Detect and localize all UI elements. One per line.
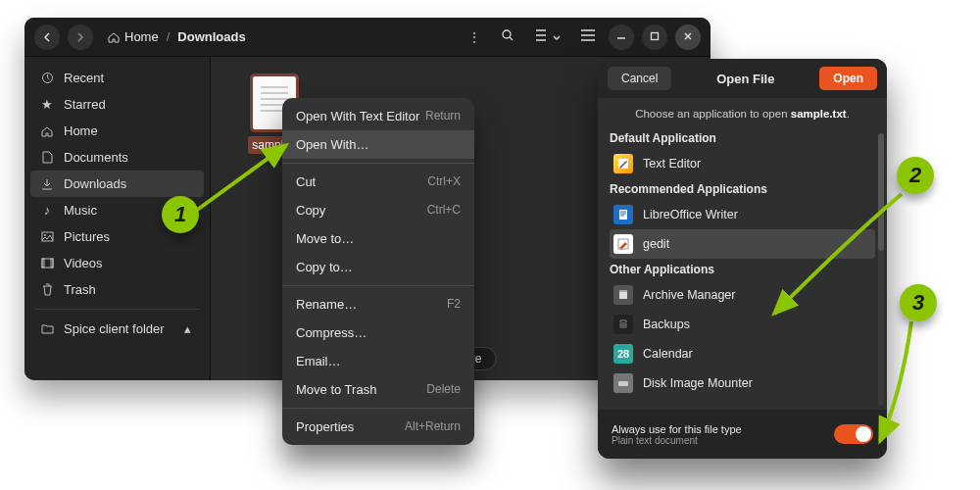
maximize-icon bbox=[650, 30, 660, 44]
dialog-body: Default Application Text Editor Recommen… bbox=[598, 127, 887, 412]
close-icon bbox=[683, 30, 693, 44]
app-label: Backups bbox=[643, 318, 690, 331]
sidebar-item-downloads[interactable]: Downloads bbox=[30, 171, 204, 197]
app-label: Archive Manager bbox=[643, 288, 736, 302]
search-icon bbox=[501, 28, 514, 45]
app-label: LibreOffice Writer bbox=[643, 208, 738, 221]
archive-icon bbox=[613, 285, 633, 305]
app-gedit[interactable]: gedit bbox=[610, 229, 875, 259]
svg-rect-11 bbox=[619, 292, 627, 299]
window-close-button[interactable] bbox=[675, 24, 701, 50]
sidebar-label: Home bbox=[64, 123, 98, 138]
ctx-rename[interactable]: Rename… F2 bbox=[282, 290, 474, 318]
lowriter-icon bbox=[613, 205, 633, 224]
always-use-toggle[interactable] bbox=[834, 424, 873, 444]
ctx-label: Compress… bbox=[296, 325, 367, 340]
ctx-accel: F2 bbox=[447, 297, 461, 312]
app-calendar[interactable]: 28 Calendar bbox=[610, 339, 875, 368]
picture-icon bbox=[40, 230, 54, 244]
svg-rect-6 bbox=[42, 259, 44, 268]
dialog-subtitle: Choose an application to open sample.txt… bbox=[598, 98, 887, 127]
annotation-badge-1: 1 bbox=[162, 196, 199, 233]
window-minimize-button[interactable] bbox=[609, 24, 634, 50]
scrollbar-thumb[interactable] bbox=[878, 133, 884, 251]
dialog-title: Open File bbox=[716, 72, 774, 86]
path-menu-button[interactable]: ⋮ bbox=[462, 24, 487, 50]
dialog-scrollbar[interactable] bbox=[878, 133, 884, 406]
sidebar-label: Videos bbox=[64, 256, 103, 270]
open-button[interactable]: Open bbox=[819, 67, 877, 90]
ctx-accel: Ctrl+X bbox=[427, 174, 461, 189]
text-editor-icon bbox=[613, 154, 633, 173]
app-text-editor[interactable]: Text Editor bbox=[610, 149, 875, 178]
ctx-label: Open With Text Editor bbox=[296, 109, 419, 123]
sidebar-item-home[interactable]: Home bbox=[24, 118, 210, 144]
sidebar-label: Downloads bbox=[64, 176, 126, 191]
ctx-compress[interactable]: Compress… bbox=[282, 318, 474, 347]
dialog-sub-file: sample.txt bbox=[791, 108, 847, 120]
app-archive[interactable]: Archive Manager bbox=[610, 280, 875, 310]
disk-icon bbox=[613, 373, 633, 393]
star-icon: ★ bbox=[40, 98, 54, 112]
dialog-sub-pre: Choose an application to open bbox=[635, 108, 791, 120]
ctx-accel: Return bbox=[425, 109, 461, 123]
search-button[interactable] bbox=[495, 24, 520, 50]
eject-icon[interactable]: ▴ bbox=[180, 322, 194, 336]
hamburger-menu-button[interactable] bbox=[575, 24, 601, 50]
gedit-icon bbox=[613, 234, 633, 254]
dialog-header: Cancel Open File Open bbox=[598, 59, 887, 98]
ctx-move-to[interactable]: Move to… bbox=[282, 224, 474, 253]
window-maximize-button[interactable] bbox=[642, 24, 667, 50]
home-icon bbox=[40, 124, 54, 138]
breadcrumb-downloads[interactable]: Downloads bbox=[177, 29, 245, 44]
nav-back-button[interactable] bbox=[34, 24, 60, 50]
app-disk-image[interactable]: Disk Image Mounter bbox=[610, 368, 875, 398]
ctx-trash[interactable]: Move to Trash Delete bbox=[282, 375, 474, 404]
ctx-separator bbox=[282, 163, 474, 164]
sidebar-label: Recent bbox=[64, 71, 104, 85]
download-icon bbox=[40, 177, 54, 191]
home-icon bbox=[107, 30, 121, 44]
sidebar-item-documents[interactable]: Documents bbox=[24, 144, 210, 171]
calendar-icon: 28 bbox=[613, 344, 633, 364]
annotation-badge-2: 2 bbox=[897, 157, 934, 194]
sidebar-item-recent[interactable]: Recent bbox=[24, 65, 210, 91]
ctx-copy-to[interactable]: Copy to… bbox=[282, 253, 474, 281]
sidebar-item-starred[interactable]: ★ Starred bbox=[24, 91, 210, 118]
svg-rect-13 bbox=[619, 322, 627, 328]
ctx-open-with[interactable]: Open With… bbox=[282, 130, 474, 159]
ctx-label: Move to Trash bbox=[296, 382, 376, 397]
sidebar-label: Documents bbox=[64, 150, 128, 165]
clock-icon bbox=[40, 72, 54, 85]
ctx-accel: Alt+Return bbox=[405, 419, 461, 434]
svg-point-4 bbox=[44, 234, 46, 236]
sidebar-label: Trash bbox=[64, 282, 96, 297]
svg-rect-12 bbox=[619, 290, 627, 292]
section-other: Other Applications bbox=[610, 263, 875, 276]
dialog-footer: Always use for this file type Plain text… bbox=[598, 410, 887, 459]
breadcrumb-home-label: Home bbox=[124, 29, 159, 44]
footer-sub: Plain text document bbox=[612, 435, 742, 446]
ctx-copy[interactable]: Copy Ctrl+C bbox=[282, 196, 474, 224]
ctx-separator bbox=[282, 408, 474, 409]
sidebar-item-trash[interactable]: Trash bbox=[24, 276, 210, 303]
minimize-icon bbox=[616, 30, 626, 44]
svg-point-0 bbox=[503, 30, 511, 38]
ctx-email[interactable]: Email… bbox=[282, 347, 474, 375]
sidebar-label: Music bbox=[64, 203, 97, 218]
ctx-open-with-editor[interactable]: Open With Text Editor Return bbox=[282, 102, 474, 130]
sidebar-item-spice[interactable]: Spice client folder ▴ bbox=[24, 316, 210, 342]
view-mode-button[interactable] bbox=[528, 24, 567, 50]
breadcrumb-home[interactable]: Home bbox=[107, 29, 159, 44]
app-label: Text Editor bbox=[643, 157, 701, 171]
sidebar-item-videos[interactable]: Videos bbox=[24, 250, 210, 276]
app-lowriter[interactable]: LibreOffice Writer bbox=[610, 200, 875, 229]
app-label: gedit bbox=[643, 237, 669, 251]
app-backups[interactable]: Backups bbox=[610, 310, 875, 339]
ctx-cut[interactable]: Cut Ctrl+X bbox=[282, 168, 474, 196]
ctx-properties[interactable]: Properties Alt+Return bbox=[282, 413, 474, 441]
open-file-dialog: Cancel Open File Open Choose an applicat… bbox=[598, 59, 887, 459]
nav-forward-button[interactable] bbox=[68, 24, 93, 50]
svg-rect-7 bbox=[51, 259, 53, 268]
cancel-button[interactable]: Cancel bbox=[608, 67, 671, 90]
